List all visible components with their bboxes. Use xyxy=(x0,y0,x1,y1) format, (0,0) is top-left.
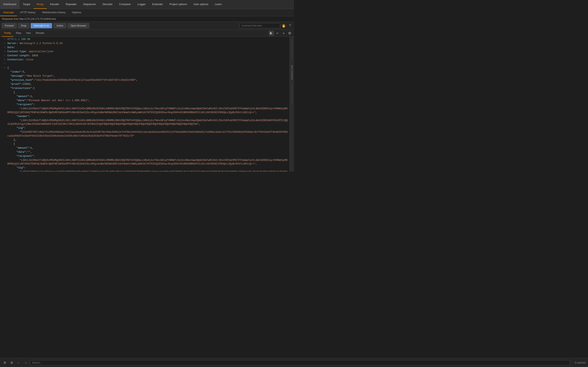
url-bar: Response from http://178.128.173.79:3188… xyxy=(0,16,294,22)
pretty-format-icon[interactable] xyxy=(269,31,274,36)
nav-comparer[interactable]: Comparer xyxy=(116,0,134,9)
sidebar-divider-top xyxy=(292,39,292,59)
nav-dashboard[interactable]: Dashboard xyxy=(0,0,20,9)
code-line-8: 8 { xyxy=(0,66,290,70)
open-browser-button[interactable]: Open Browser xyxy=(68,23,89,28)
main-content-area: 1 HTTP/1.1 200 OK 2 Server: Werkzeug/2.1… xyxy=(0,37,294,172)
flame-icon[interactable]: 🖐️ xyxy=(281,23,286,28)
svg-rect-1 xyxy=(270,33,272,33)
code-line-t2-recipient-key: "recipient": xyxy=(0,154,290,158)
nav-decoder[interactable]: Decoder xyxy=(99,0,116,9)
code-line-1: 1 HTTP/1.1 200 OK xyxy=(0,38,290,42)
nav-target[interactable]: Target xyxy=(20,0,34,9)
svg-rect-2 xyxy=(270,33,272,34)
tab-intercept[interactable]: Intercept xyxy=(0,9,17,16)
menu-format-icon[interactable]: ≡ xyxy=(281,31,286,36)
tab-http-history[interactable]: HTTP history xyxy=(17,9,39,16)
intercept-toggle-button[interactable]: Intercept is on xyxy=(31,23,52,28)
code-line-2: 2 Server: Werkzeug/2.1.2 Python/3.8.10 xyxy=(0,42,290,46)
proxy-sub-tabs: Intercept HTTP history WebSockets histor… xyxy=(0,9,294,16)
help-icon[interactable]: ? xyxy=(287,23,292,28)
code-line-4: 4 Content-Type: application/json xyxy=(0,50,290,54)
tab-pretty[interactable]: Pretty xyxy=(2,30,13,37)
code-line-t1-sig-key: "sig": xyxy=(0,126,290,130)
nav-repeater[interactable]: Repeater xyxy=(62,0,80,9)
drop-button[interactable]: Drop xyxy=(18,23,29,28)
nav-user-options[interactable]: User options xyxy=(190,0,212,9)
code-line-t2-sig-val: "cdf48248561e13ad03eb1ae7e810ab0f303d4fb… xyxy=(0,170,290,172)
tab-options[interactable]: Options xyxy=(69,9,85,16)
code-line-prev-hash: "previous_hash":"cbccfdab3de6bc02868bc85… xyxy=(0,78,290,82)
inspector-label: INSPECTOR xyxy=(291,63,293,81)
forward-button[interactable]: Forward xyxy=(2,23,17,28)
code-line-t1-data: "data":"Minimum Amount not met! (>= 1,00… xyxy=(0,99,290,103)
nav-extender[interactable]: Extender xyxy=(149,0,166,9)
code-line-t1-open: { xyxy=(0,91,290,95)
code-line-t2-sig-key: "sig": xyxy=(0,166,290,170)
svg-rect-3 xyxy=(270,34,272,34)
sidebar-divider-bottom xyxy=(292,83,292,104)
code-line-t1-sig-val: "53194897087c0bb721395d408dad75412ae2ded… xyxy=(0,130,290,138)
comment-input[interactable] xyxy=(239,23,280,28)
code-line-3: 3 Date: xyxy=(0,46,290,50)
code-line-t2-recipient-val: "LS0tLS1CRUdJTiBQVUJMSUMgS0VZLS0tLS0KTUl… xyxy=(0,158,290,166)
nav-project-options[interactable]: Project options xyxy=(166,0,190,9)
code-line-t1-sender-val: "LS0tLS1CRUdJTiBQVUJMSUMgS0VZLS0tLS0KTUl… xyxy=(0,119,290,126)
code-line-t1-recipient-val: "LS0tLS1CRUdJTiBQVUJMSUMgS0VZLS0tLS0KTUl… xyxy=(0,107,290,115)
nav-logger[interactable]: Logger xyxy=(134,0,149,9)
code-line-t2-data: "data":"", xyxy=(0,150,290,154)
code-line-6: 6 Connection: close xyxy=(0,58,290,62)
nav-learn[interactable]: Learn xyxy=(212,0,225,9)
inspector-sidebar: INSPECTOR xyxy=(290,37,294,172)
newline-format-icon[interactable]: ↵ xyxy=(275,31,280,36)
nav-sequencer[interactable]: Sequencer xyxy=(80,0,99,9)
tab-render[interactable]: Render xyxy=(33,30,47,37)
settings-icon[interactable]: ⚙ xyxy=(287,31,292,36)
code-line-t1-recipient-key: "recipient": xyxy=(0,103,290,107)
main-toolbar: Forward Drop Intercept is on Action Open… xyxy=(0,22,294,30)
format-tabs-bar: Pretty Raw Hex Render ↵ ≡ ⚙ xyxy=(0,30,294,37)
action-button[interactable]: Action xyxy=(53,23,66,28)
svg-rect-0 xyxy=(270,32,271,33)
code-line-message: "message":"New Block Forged", xyxy=(0,74,290,78)
code-line-t1-sender-key: "sender": xyxy=(0,115,290,119)
code-line-index: "index":5, xyxy=(0,70,290,74)
code-line-5: 5 Content-Length: 1916 xyxy=(0,54,290,58)
tab-websockets-history[interactable]: WebSockets history xyxy=(39,9,69,16)
tab-hex[interactable]: Hex xyxy=(24,30,33,37)
nav-intruder[interactable]: Intruder xyxy=(47,0,62,9)
url-text: Response from http://178.128.173.79:3188… xyxy=(2,17,56,20)
code-line-t1-amount: "amount":1, xyxy=(0,95,290,99)
code-line-t2-open: { xyxy=(0,142,290,146)
code-line-transactions-open: "transactions":[ xyxy=(0,86,290,91)
response-body[interactable]: 1 HTTP/1.1 200 OK 2 Server: Werkzeug/2.1… xyxy=(0,37,290,172)
code-line-t1-close: }, xyxy=(0,138,290,142)
code-line-t2-amount: "amount":1, xyxy=(0,146,290,150)
nav-proxy[interactable]: Proxy xyxy=(34,0,47,9)
tab-raw[interactable]: Raw xyxy=(13,30,24,37)
top-navigation: Dashboard Target Proxy Intruder Repeater… xyxy=(0,0,294,9)
code-line-7: 7 xyxy=(0,62,290,66)
code-line-proof: "proof":23562, xyxy=(0,82,290,86)
